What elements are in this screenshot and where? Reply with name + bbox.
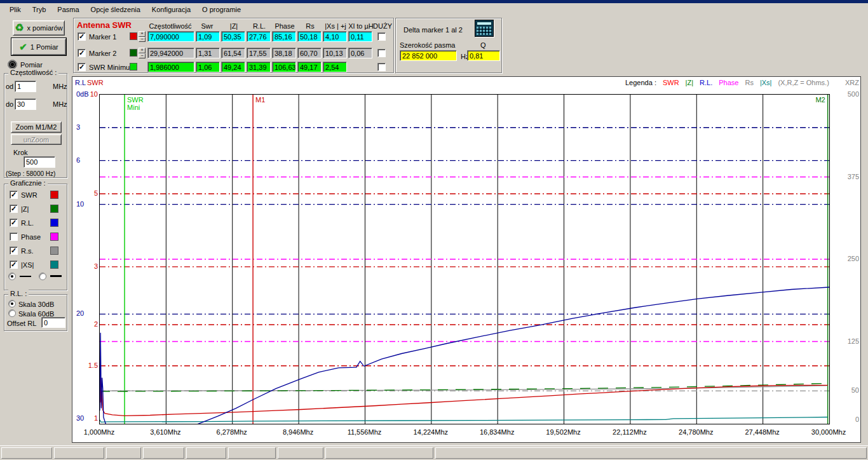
swr-tick-label: 3	[76, 262, 98, 270]
traces-group: Graficznie : SWR|Z|R.L.PhaseR.s.|XS|	[4, 184, 67, 290]
swr-tick-label: 1.5	[76, 362, 98, 369]
marker-line-label: M1	[255, 96, 265, 104]
menu-item-pasma[interactable]: Pasma	[51, 4, 85, 15]
marker-col-header: DUŻY	[373, 22, 392, 30]
xrz-tick-label: 50	[835, 386, 859, 394]
scale-30db-radio[interactable]	[8, 300, 16, 308]
from-unit: MHz	[53, 83, 67, 90]
x-tick-label: 14,224Mhz	[414, 428, 448, 436]
legend-item: |Z|	[686, 79, 693, 86]
marker-value-cell: 4,10	[323, 31, 347, 42]
multi-measure-button[interactable]: ♻ x pomiarów	[13, 20, 65, 36]
xrz-tick-label: 250	[835, 255, 859, 262]
legend-item: SWR	[663, 79, 679, 86]
series-swr	[100, 378, 828, 416]
menu-item-konfiguracja[interactable]: Konfiguracja	[146, 4, 196, 15]
marker-spinner[interactable]: +−	[139, 31, 146, 42]
trace-label: R.L.	[21, 219, 34, 227]
trace-checkbox-xs[interactable]	[10, 260, 18, 269]
thin-line-sample	[20, 276, 31, 277]
zoom-m1-m2-button[interactable]: Zoom M1/M2	[11, 121, 62, 133]
marker-value-cell: 2,54	[323, 62, 347, 72]
trace-label: R.s.	[21, 247, 34, 255]
marker-col-header: R.L.	[253, 22, 266, 30]
delta-panel: Delta marker 1 al 2 Szerokość pasma 22 8…	[395, 18, 502, 73]
from-label: od	[6, 83, 13, 90]
status-bar	[0, 445, 868, 460]
marker-color-swatch	[130, 63, 137, 71]
rl-tick-label: 6	[76, 156, 80, 164]
trace-checkbox-swr[interactable]	[10, 191, 18, 199]
statusbar-cell	[228, 447, 276, 459]
marker-color-swatch	[130, 49, 137, 57]
menu-item-opcje-sledzenia[interactable]: Opcje śledzenia	[85, 4, 146, 15]
legend-item: |Xs|	[760, 79, 772, 86]
marker-value-cell: 27,76	[247, 31, 271, 42]
marker-value-cell: 29,942000	[147, 48, 194, 58]
unzoom-button[interactable]: unZoom	[11, 134, 62, 145]
marker-value-cell: 1,09	[196, 31, 220, 42]
marker-enable-checkbox[interactable]	[78, 32, 86, 41]
chart-panel: R.L SWR Legenda :SWR|Z|R.L.PhaseRs|Xs|(X…	[72, 76, 861, 443]
statusbar-cell	[143, 447, 184, 459]
statusbar-cell	[54, 447, 104, 459]
trace-checkbox-rs[interactable]	[10, 247, 18, 255]
trace-label: |XS|	[21, 261, 34, 269]
statusbar-cell	[106, 447, 141, 459]
menu-item-tryb[interactable]: Tryb	[27, 4, 52, 15]
menu-item-plik[interactable]: Plik	[4, 4, 27, 15]
q-value: 0,81	[467, 50, 500, 61]
from-input[interactable]	[15, 81, 36, 92]
measure-knob-icon[interactable]	[8, 60, 17, 69]
marker-row-label: SWR Minimu	[89, 64, 130, 71]
marker-row-label: Marker 2	[89, 50, 116, 57]
corner-rl-label: R.L	[75, 79, 86, 86]
rl-scale-group: R.L. : Skala 30dB Skala 60dB Offset RL	[4, 294, 67, 331]
check-icon: ✔	[19, 43, 27, 51]
marker-value-cell: 10,13	[323, 48, 347, 58]
marker-enable-checkbox[interactable]	[78, 63, 86, 71]
x-tick-label: 16,834Mhz	[480, 428, 514, 436]
measure-label: Pomiar	[20, 61, 43, 69]
trace-checkbox-rl[interactable]	[10, 219, 18, 227]
xrz-tick-label: 375	[835, 173, 859, 180]
scale-30db-label: Skala 30dB	[18, 301, 54, 308]
marker-duzy-checkbox[interactable]	[377, 49, 386, 57]
step-input[interactable]	[24, 156, 55, 168]
line-thin-radio[interactable]	[8, 273, 16, 280]
marker-enable-checkbox[interactable]	[78, 49, 86, 57]
trace-color-swatch	[50, 233, 58, 241]
plot-svg	[100, 95, 829, 424]
frequency-group-title: Częstotliwość :	[8, 69, 58, 76]
menu-item-o-programie[interactable]: O programie	[196, 4, 247, 15]
x-tick-label: 6,278Mhz	[217, 428, 247, 436]
rl-tick-label: 20	[76, 309, 84, 317]
legend-item: Rs	[745, 79, 753, 86]
marker-spinner[interactable]: +−	[139, 48, 146, 58]
marker-panel-title: Antenna SWR	[77, 20, 132, 30]
calculator-icon[interactable]	[475, 20, 494, 37]
marker-duzy-checkbox[interactable]	[377, 63, 386, 71]
marker-value-cell: 38,18	[272, 48, 296, 58]
marker-value-cell: 49,24	[221, 62, 245, 72]
marker-duzy-checkbox[interactable]	[377, 32, 386, 41]
offset-rl-input[interactable]	[41, 317, 65, 328]
xrz-tick-label: 125	[835, 337, 859, 345]
traces-group-title: Graficznie :	[8, 179, 48, 187]
scale-60db-radio[interactable]	[8, 309, 16, 317]
marker-value-cell: 1,31	[196, 48, 220, 58]
plot-area[interactable]: SWRMiniM1M2	[99, 94, 830, 424]
marker-value-cell: 1,06	[196, 62, 220, 72]
menu-bar: Plik Tryb Pasma Opcje śledzenia Konfigur…	[0, 3, 868, 16]
marker-col-header: Phase	[275, 22, 294, 30]
q-label: Q	[480, 41, 486, 49]
trace-checkbox-z[interactable]	[10, 205, 18, 213]
single-measure-button[interactable]: ✔ 1 Pomiar	[11, 38, 66, 55]
x-tick-label: 27,448Mhz	[745, 428, 779, 436]
x-tick-label: 11,556Mhz	[348, 428, 382, 436]
to-label: do	[6, 100, 13, 108]
to-input[interactable]	[15, 98, 36, 110]
line-thick-radio[interactable]	[39, 273, 46, 280]
trace-checkbox-phase[interactable]	[10, 233, 18, 241]
step-hz-label: (Step : 58000 Hz)	[6, 170, 55, 177]
